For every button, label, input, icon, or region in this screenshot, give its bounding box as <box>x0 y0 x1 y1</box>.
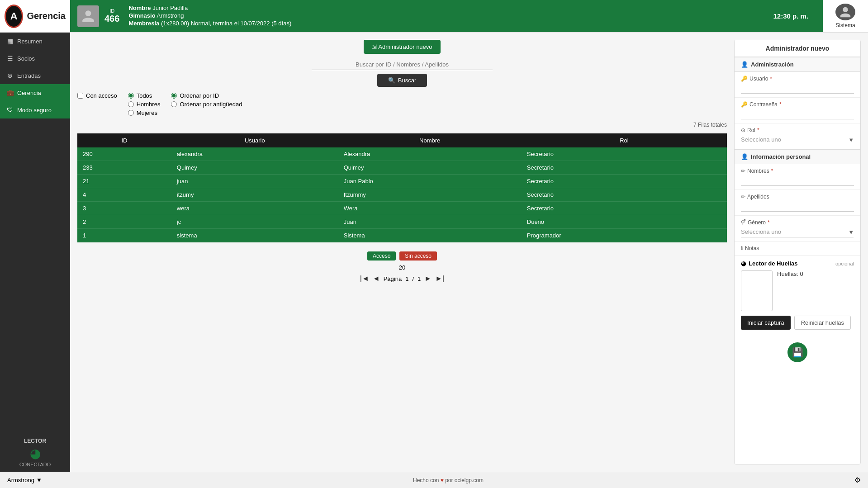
table-row[interactable]: 1sistemaSistemaProgramador <box>77 229 727 242</box>
table-row[interactable]: 21juanJuan PabloSecretario <box>77 175 727 188</box>
lector-title: LECTOR <box>24 438 46 444</box>
gym-select[interactable]: Armstrong ▼ <box>7 477 42 483</box>
hombres-radio[interactable] <box>128 101 134 107</box>
hombres-label: Hombres <box>137 101 161 108</box>
sidebar-item-socios[interactable]: ☰ Socios <box>0 50 70 67</box>
filter-mujeres[interactable]: Mujeres <box>128 109 161 116</box>
col-rol: Rol <box>522 133 727 147</box>
usuario-input[interactable] <box>741 83 854 94</box>
cell-usuario: wera <box>171 202 338 215</box>
cell-id: 21 <box>77 175 171 188</box>
resumen-icon: ▦ <box>6 38 14 45</box>
gerencia-icon: 💼 <box>6 89 14 96</box>
new-admin-button[interactable]: ⇲ Administrador nuevo <box>364 40 440 54</box>
info-section-header: 👤 Información personal <box>735 149 860 164</box>
apellidos-input[interactable] <box>741 201 854 212</box>
rol-select-wrap: Selecciona uno ▼ <box>741 134 854 145</box>
fingerprint-icon: ◕ <box>30 446 41 461</box>
cell-rol: Dueño <box>522 215 727 229</box>
page-label: Página <box>384 275 402 282</box>
member-id-value: 466 <box>104 14 119 24</box>
cell-nombre: Sistema <box>338 229 522 242</box>
table-row[interactable]: 3weraWeraSecretario <box>77 202 727 215</box>
order-antiguedad[interactable]: Ordenar por antigüedad <box>171 101 242 108</box>
rol-select[interactable]: Selecciona uno <box>741 134 854 145</box>
btn-reiniciar[interactable]: Reiniciar huellas <box>794 316 851 330</box>
genero-select[interactable]: Selecciona uno <box>741 227 854 237</box>
fp-title: ◕ Lector de Huellas <box>741 260 797 267</box>
contrasena-label: 🔑 Contraseña * <box>741 101 854 108</box>
contrasena-field: 🔑 Contraseña * <box>735 98 860 123</box>
cell-rol: Secretario <box>522 175 727 188</box>
cell-usuario: juan <box>171 175 338 188</box>
member-gimnasio: Gimnasio Armstrong <box>128 12 768 19</box>
cell-id: 1 <box>77 229 171 242</box>
cell-id: 2 <box>77 215 171 229</box>
rol-label: ⊙ Rol * <box>741 127 854 133</box>
table-row[interactable]: 233QuimeyQuimeySecretario <box>77 161 727 175</box>
page-total: 1 <box>417 275 421 282</box>
settings-icon[interactable]: ⚙ <box>854 476 861 484</box>
cell-usuario: itzumy <box>171 188 338 202</box>
fp-count: Huellas: 0 <box>777 270 854 277</box>
mujeres-radio[interactable] <box>128 110 134 116</box>
col-nombre: Nombre <box>338 133 522 147</box>
table-row[interactable]: 4itzumyItzummySecretario <box>77 188 727 202</box>
sidebar-item-gerencia[interactable]: 💼 Gerencia <box>0 84 70 101</box>
badge-acceso[interactable]: Acceso <box>367 251 396 261</box>
table-row[interactable]: 290alexandraAlexandraSecretario <box>77 147 727 161</box>
socios-icon: ☰ <box>6 55 14 62</box>
cell-id: 233 <box>77 161 171 175</box>
bottom-bar: Armstrong ▼ Hecho con ♥ por ocielgp.com … <box>0 472 868 488</box>
filter-todos[interactable]: Todos <box>128 92 161 99</box>
order-antiguedad-radio[interactable] <box>171 101 177 107</box>
cell-nombre: Quimey <box>338 161 522 175</box>
todos-radio[interactable] <box>128 93 134 99</box>
next-page-btn[interactable]: ► <box>424 275 432 283</box>
sidebar-item-entradas[interactable]: ⊛ Entradas <box>0 67 70 84</box>
order-id[interactable]: Ordenar por ID <box>171 92 242 99</box>
access-badges: Acceso Sin acceso <box>367 251 437 261</box>
results-count: 7 Filas totales <box>77 122 727 128</box>
genero-field: ⚥ Género * Selecciona uno ▼ <box>735 216 860 242</box>
panel-title: Administrador nuevo <box>735 40 860 57</box>
sidebar-item-resumen[interactable]: ▦ Resumen <box>0 33 70 50</box>
cell-nombre: Alexandra <box>338 147 522 161</box>
notas-field: ℹ Notas <box>735 242 860 256</box>
table-row[interactable]: 2jcJuanDueño <box>77 215 727 229</box>
logo-icon: A <box>5 5 23 28</box>
page-separator: / <box>412 275 414 282</box>
main-content: ⇲ Administrador nuevo 🔍 🔍 Buscar Buscar … <box>77 40 727 464</box>
contrasena-input[interactable] <box>741 109 854 119</box>
filter-hombres[interactable]: Hombres <box>128 101 161 108</box>
nombres-input[interactable] <box>741 175 854 186</box>
save-fab[interactable]: 💾 <box>787 342 807 362</box>
cell-rol: Secretario <box>522 188 727 202</box>
first-page-btn[interactable]: |◄ <box>360 275 369 283</box>
conectado-label: CONECTADO <box>19 462 51 467</box>
con-acceso-checkbox[interactable] <box>77 93 83 99</box>
fingerprint-section: ◕ Lector de Huellas opcional Huellas: 0 … <box>735 256 860 334</box>
member-info: Nombre Junior Padilla Gimnasio Armstrong… <box>128 5 768 28</box>
col-usuario: Usuario <box>171 133 338 147</box>
cell-id: 290 <box>77 147 171 161</box>
system-avatar <box>835 4 855 20</box>
filter-con-acceso[interactable]: Con acceso <box>77 92 117 99</box>
prev-page-btn[interactable]: ◄ <box>373 275 380 283</box>
sidebar-item-modo-seguro[interactable]: 🛡 Modo seguro <box>0 101 70 118</box>
order-id-radio[interactable] <box>171 93 177 99</box>
nombres-label: ✏ Nombres * <box>741 168 854 174</box>
sidebar-item-socios-label: Socios <box>17 55 35 62</box>
search-button[interactable]: 🔍 🔍 Buscar Buscar <box>377 74 427 87</box>
badge-sin-acceso[interactable]: Sin acceso <box>399 251 437 261</box>
search-area: 🔍 🔍 Buscar Buscar <box>77 59 727 87</box>
last-page-btn[interactable]: ►| <box>435 275 444 283</box>
search-input[interactable] <box>312 59 493 70</box>
banner-time: 12:30 p. m. <box>773 12 808 20</box>
cell-id: 4 <box>77 188 171 202</box>
cell-usuario: Quimey <box>171 161 338 175</box>
member-avatar <box>77 5 99 27</box>
fp-info: Huellas: 0 <box>777 270 854 277</box>
fp-section-header: ◕ Lector de Huellas opcional <box>741 260 854 267</box>
btn-capture[interactable]: Iniciar captura <box>741 316 791 330</box>
